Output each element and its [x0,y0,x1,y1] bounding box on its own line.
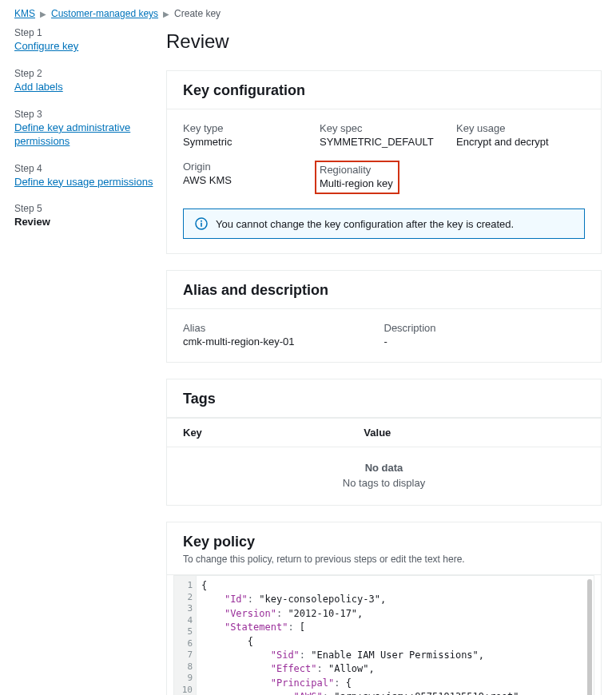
policy-text[interactable]: { "Id": "key-consolepolicy-3", "Version"… [197,576,594,695]
step-current-review: Review [14,216,153,228]
kv-label: Origin [183,161,312,173]
step-4: Step 4 Define key usage permissions [14,163,153,189]
policy-editor[interactable]: 1234567891011121314 { "Id": "key-console… [173,575,594,695]
panel-heading: Key configuration [183,82,585,99]
kv-regionality: Regionality Multi-region key [320,161,448,194]
step-number: Step 4 [14,163,153,174]
main-content: Review Key configuration Key type Symmet… [163,27,602,695]
step-link-admin-permissions[interactable]: Define key administrative permissions [14,121,153,149]
kv-alias: Alias cmk-multi-region-key-01 [183,322,384,348]
kv-description: Description - [384,322,586,348]
kv-value: Multi-region key [320,177,393,189]
panel-heading: Alias and description [183,282,585,299]
panel-heading: Tags [183,391,585,407]
tags-table-header: Key Value [167,418,601,447]
kv-label: Regionality [320,164,393,176]
panel-key-policy: Key policy To change this policy, return… [166,522,602,695]
kv-key-usage: Key usage Encrypt and decrypt [456,122,585,148]
column-header-value: Value [364,427,585,439]
chevron-right-icon: ▶ [40,10,46,18]
svg-rect-2 [201,223,202,227]
panel-key-configuration: Key configuration Key type Symmetric Key… [166,70,602,254]
kv-value: AWS KMS [183,174,312,186]
kv-value: cmk-multi-region-key-01 [183,336,384,348]
panel-tags: Tags Key Value No data No tags to displa… [166,379,602,506]
kv-label: Key type [183,122,312,134]
scrollbar[interactable] [587,579,592,695]
svg-point-1 [201,220,202,222]
panel-alias-description: Alias and description Alias cmk-multi-re… [166,270,602,363]
breadcrumb-parent-link[interactable]: Customer-managed keys [51,8,158,19]
kv-value: Encrypt and decrypt [456,136,585,148]
step-1: Step 1 Configure key [14,27,153,54]
step-number: Step 1 [14,27,153,38]
kv-origin: Origin AWS KMS [183,161,312,194]
breadcrumb-root-link[interactable]: KMS [14,8,35,19]
kv-key-spec: Key spec SYMMETRIC_DEFAULT [320,122,448,148]
highlight-annotation: Regionality Multi-region key [315,161,399,194]
empty-title: No data [167,462,601,474]
chevron-right-icon: ▶ [163,10,169,18]
step-number: Step 2 [14,68,153,79]
kv-value: SYMMETRIC_DEFAULT [320,136,448,148]
column-header-key: Key [183,427,364,439]
step-number: Step 3 [14,109,153,120]
page-title: Review [166,30,602,53]
tags-empty-state: No data No tags to display [167,447,601,505]
kv-label: Key spec [320,122,448,134]
step-2: Step 2 Add labels [14,68,153,94]
info-banner: You cannot change the key configuration … [183,208,585,239]
step-link-usage-permissions[interactable]: Define key usage permissions [14,176,153,189]
panel-subtext: To change this policy, return to previou… [183,554,585,565]
kv-label: Description [384,322,586,334]
line-gutter: 1234567891011121314 [174,576,197,695]
step-3: Step 3 Define key administrative permiss… [14,109,153,149]
panel-heading: Key policy [183,534,585,550]
step-link-configure-key[interactable]: Configure key [14,40,78,54]
kv-label: Alias [183,322,384,334]
step-5: Step 5 Review [14,203,153,228]
empty-text: No tags to display [167,477,601,489]
info-icon [195,217,208,230]
step-number: Step 5 [14,203,153,214]
step-link-add-labels[interactable]: Add labels [14,81,63,94]
kv-label: Key usage [456,122,585,134]
breadcrumb: KMS ▶ Customer-managed keys ▶ Create key [14,5,602,27]
kv-value: - [384,336,586,348]
info-text: You cannot change the key configuration … [216,218,514,230]
wizard-steps-sidebar: Step 1 Configure key Step 2 Add labels S… [14,27,163,695]
breadcrumb-current: Create key [174,8,221,19]
kv-value: Symmetric [183,136,312,148]
kv-key-type: Key type Symmetric [183,122,312,148]
